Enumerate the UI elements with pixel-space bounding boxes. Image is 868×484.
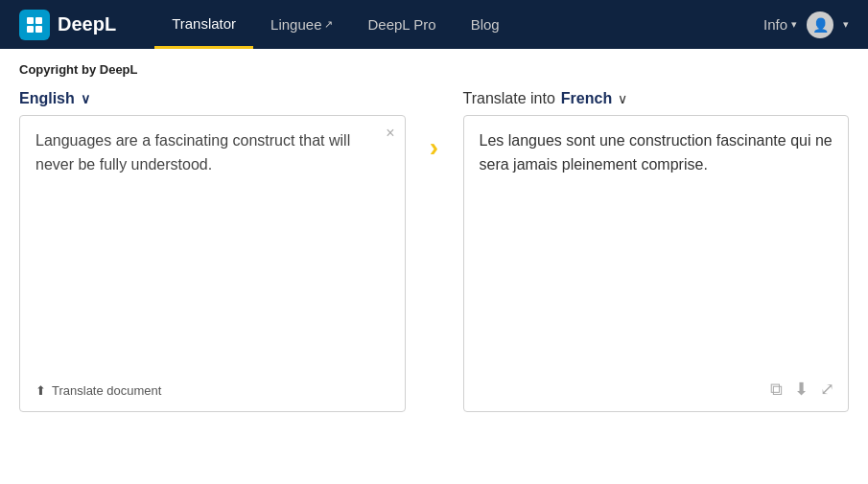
nav-blog[interactable]: Blog	[454, 0, 517, 49]
copy-icon[interactable]: ⧉	[770, 380, 783, 400]
source-lang-selector[interactable]: English ∨	[19, 90, 406, 107]
navbar: DeepL Translator Linguee ↗ DeepL Pro Blo…	[0, 0, 868, 49]
nav-right: Info ▾ 👤 ▾	[763, 12, 849, 38]
nav-deepl-pro[interactable]: DeepL Pro	[350, 0, 453, 49]
user-icon: 👤	[812, 17, 829, 33]
source-text[interactable]: Languages are a fascinating construct th…	[35, 129, 389, 177]
nav-info[interactable]: Info ▾	[763, 16, 797, 33]
target-lang-label: French	[561, 90, 612, 107]
target-lang-chevron-icon: ∨	[618, 91, 627, 106]
copyright-text: Copyright by DeepL	[19, 62, 849, 77]
target-lang-selector[interactable]: Translate into French ∨	[463, 90, 850, 107]
source-lang-label: English	[19, 90, 75, 107]
svg-rect-3	[35, 26, 42, 33]
swap-arrow-button[interactable]: ›	[430, 134, 438, 161]
clear-button[interactable]: ×	[386, 126, 394, 141]
translator-area: English ∨ × Languages are a fascinating …	[19, 90, 849, 412]
source-panel: × Languages are a fascinating construct …	[19, 115, 406, 412]
user-chevron-icon: ▾	[843, 18, 849, 31]
main-content: Copyright by DeepL English ∨ × Languages…	[0, 49, 868, 431]
logo-icon	[19, 10, 50, 40]
translate-into-prefix: Translate into	[463, 90, 555, 107]
target-panel-wrapper: Translate into French ∨ Les langues sont…	[463, 90, 850, 412]
translate-document-button[interactable]: ⬆ Translate document	[35, 383, 161, 398]
nav-linguee[interactable]: Linguee ↗	[253, 0, 350, 49]
source-panel-wrapper: English ∨ × Languages are a fascinating …	[19, 90, 406, 412]
logo-text: DeepL	[58, 13, 116, 35]
target-panel: Les langues sont une construction fascin…	[463, 115, 850, 412]
svg-rect-0	[27, 17, 34, 24]
upload-icon: ⬆	[35, 383, 46, 398]
external-link-icon: ↗	[324, 18, 333, 31]
source-lang-chevron-icon: ∨	[81, 91, 90, 106]
nav-translator[interactable]: Translator	[154, 0, 253, 49]
info-chevron-icon: ▾	[791, 18, 797, 31]
svg-rect-2	[27, 26, 34, 33]
nav-links: Translator Linguee ↗ DeepL Pro Blog	[154, 0, 763, 49]
user-avatar[interactable]: 👤	[807, 12, 833, 38]
panel-actions: ⧉ ⬇ ⤢	[770, 379, 834, 400]
svg-rect-1	[35, 17, 42, 24]
download-icon[interactable]: ⬇	[794, 379, 809, 400]
logo[interactable]: DeepL	[19, 10, 116, 40]
translated-text: Les langues sont une construction fascin…	[480, 129, 833, 177]
swap-arrow-wrapper: ›	[406, 90, 463, 161]
share-icon[interactable]: ⤢	[820, 379, 834, 400]
